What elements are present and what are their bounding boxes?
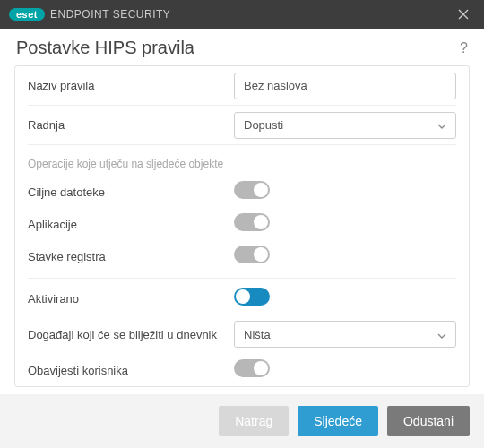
- action-select[interactable]: Dopusti: [234, 112, 456, 139]
- brand-text: ENDPOINT SECURITY: [50, 8, 170, 21]
- row-registry: Stavke registra: [28, 240, 456, 272]
- activated-toggle[interactable]: [234, 288, 270, 306]
- back-button: Natrag: [219, 406, 289, 436]
- row-action: Radnja Dopusti: [28, 106, 456, 145]
- registry-toggle[interactable]: [234, 246, 270, 263]
- dialog-header: Postavke HIPS pravila ?: [0, 29, 484, 65]
- row-notify-user: Obavijesti korisnika: [28, 354, 456, 386]
- log-events-select-value: Ništa: [244, 328, 271, 341]
- help-icon[interactable]: ?: [460, 40, 468, 56]
- log-events-label: Događaji koji će se bilježiti u dnevnik: [28, 328, 234, 341]
- activated-label: Aktivirano: [28, 292, 234, 306]
- notify-user-toggle[interactable]: [234, 359, 270, 377]
- rule-name-input[interactable]: [234, 73, 456, 99]
- next-button[interactable]: Sljedeće: [298, 406, 378, 436]
- brand-badge: eset: [9, 8, 45, 21]
- row-target-files: Ciljne datoteke: [28, 176, 456, 208]
- dialog-footer: Natrag Sljedeće Odustani: [0, 394, 484, 448]
- chevron-down-icon: [437, 328, 446, 341]
- row-log-events: Događaji koji će se bilježiti u dnevnik …: [28, 314, 456, 354]
- action-select-value: Dopusti: [244, 118, 283, 132]
- target-files-toggle[interactable]: [234, 181, 270, 199]
- log-events-select[interactable]: Ništa: [234, 321, 456, 348]
- close-icon[interactable]: [452, 9, 475, 20]
- row-activated: Aktivirano: [28, 282, 456, 314]
- row-applications: Aplikacije: [28, 208, 456, 240]
- applications-toggle[interactable]: [234, 213, 270, 231]
- operations-caption: Operacije koje utječu na sljedeće objekt…: [28, 145, 456, 176]
- rule-name-label: Naziv pravila: [28, 79, 234, 92]
- applications-label: Aplikacije: [28, 218, 234, 231]
- cancel-button[interactable]: Odustani: [387, 406, 470, 436]
- notify-user-label: Obavijesti korisnika: [28, 364, 234, 377]
- settings-panel: Naziv pravila Radnja Dopusti Operacije k…: [14, 65, 470, 387]
- row-rule-name: Naziv pravila: [28, 66, 456, 106]
- action-label: Radnja: [28, 118, 234, 132]
- chevron-down-icon: [437, 118, 446, 132]
- page-title: Postavke HIPS pravila: [16, 38, 194, 58]
- titlebar: eset ENDPOINT SECURITY: [0, 0, 484, 29]
- registry-label: Stavke registra: [28, 250, 234, 263]
- target-files-label: Ciljne datoteke: [28, 185, 234, 199]
